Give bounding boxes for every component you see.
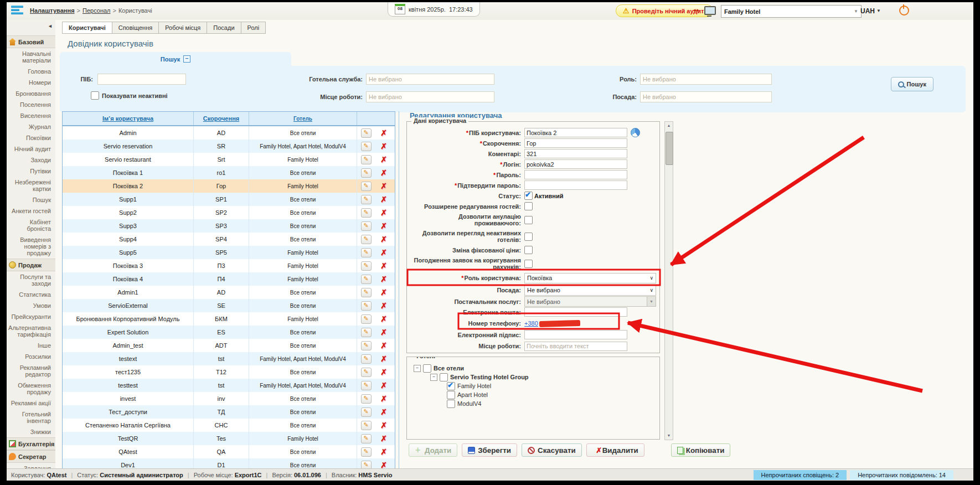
field-input[interactable] [524, 138, 627, 148]
sidebar-item[interactable]: Журнал [7, 121, 55, 132]
sidebar-item[interactable]: Альтернативна тарифікація [7, 322, 55, 340]
sidebar-item[interactable]: Рекламні акції [7, 398, 55, 409]
edit-icon[interactable] [361, 381, 372, 390]
table-row[interactable]: Бронювання Корпоративний МодульБКМFamily… [63, 312, 395, 326]
sidebar-item[interactable]: Анкети гостей [7, 205, 55, 216]
edit-icon[interactable] [361, 461, 372, 469]
edit-icon[interactable] [361, 328, 372, 337]
table-row[interactable]: Покоївка 3П3Family Hotel✗ [63, 259, 395, 272]
delete-icon[interactable]: ✗ [380, 328, 387, 337]
table-row[interactable]: Admin1ADВсе отели✗ [63, 286, 395, 299]
edit-icon[interactable] [361, 208, 372, 218]
table-row[interactable]: Supp4SP4Все отели✗ [63, 233, 395, 246]
sidebar-item[interactable]: Номери [7, 77, 55, 88]
table-row[interactable]: investinvВсе отели✗ [63, 392, 395, 405]
search-section-tab[interactable]: Пошук − [60, 52, 291, 66]
sidebar-section-header[interactable]: Продаж [7, 259, 55, 271]
delete-icon[interactable]: ✗ [380, 195, 387, 204]
hotel-checkbox[interactable] [447, 382, 455, 390]
field-input[interactable] [524, 149, 627, 158]
table-row[interactable]: Supp2SP2Все отели✗ [63, 206, 395, 219]
delete-icon[interactable]: ✗ [380, 221, 387, 230]
table-row[interactable]: Admin_testADTВсе отели✗ [63, 339, 395, 352]
delete-icon[interactable]: ✗ [380, 461, 387, 468]
edit-icon[interactable] [361, 301, 372, 311]
search-button[interactable]: Пошук [891, 77, 933, 91]
sidebar-item[interactable]: Нічний аудит [7, 143, 55, 154]
sidebar-item[interactable]: Прейскуранти [7, 311, 55, 322]
field-input[interactable] [524, 307, 627, 317]
edit-icon[interactable] [361, 341, 372, 350]
breadcrumb-settings[interactable]: Налаштування [30, 7, 75, 14]
hotel-selector[interactable]: Family Hotel ▼ [721, 5, 862, 18]
table-row[interactable]: Покоївка 4П4Family Hotel✗ [63, 272, 395, 286]
table-row[interactable]: TestQRTesFamily Hotel✗ [63, 432, 395, 445]
currency-selector[interactable]: UAH ▼ [860, 5, 881, 17]
column-header-hotel[interactable]: Готель [249, 112, 357, 125]
sidebar-item[interactable]: Покоївки [7, 132, 55, 143]
service-input[interactable] [366, 74, 494, 85]
delete-icon[interactable]: ✗ [380, 314, 387, 323]
workplace-input[interactable] [366, 91, 494, 102]
workstation-icon[interactable] [704, 6, 716, 15]
sidebar-item[interactable]: Навчальні матеріали [7, 48, 55, 66]
hotel-checkbox[interactable] [423, 364, 431, 373]
field-checkbox[interactable] [524, 202, 533, 210]
delete-icon[interactable]: ✗ [380, 155, 387, 164]
edit-icon[interactable] [361, 261, 372, 271]
field-select[interactable]: Покоївка∨ [524, 273, 656, 283]
delete-icon[interactable]: ✗ [380, 275, 387, 283]
sidebar-item[interactable]: Виведення номерів з продажу [7, 234, 55, 259]
delete-icon[interactable]: ✗ [380, 368, 387, 376]
sidebar-item[interactable]: Головна [7, 66, 55, 77]
field-checkbox[interactable] [524, 233, 533, 241]
position-input[interactable] [640, 91, 772, 102]
скасувати-button[interactable]: Скасувати [522, 443, 582, 457]
table-row[interactable]: Supp1SP1Все отели✗ [63, 193, 395, 206]
field-input[interactable] [524, 170, 627, 179]
видалити-button[interactable]: Видалити [586, 443, 644, 457]
sidebar-section-header[interactable]: Бухгалтерія [7, 437, 55, 450]
table-row[interactable]: ServioExternalSEВсе отели✗ [63, 299, 395, 312]
sidebar-item[interactable]: Виселення [7, 110, 55, 121]
servio-logo-icon[interactable] [11, 6, 23, 17]
edit-icon[interactable] [361, 155, 372, 164]
role-input[interactable] [640, 74, 772, 85]
delete-icon[interactable]: ✗ [380, 394, 387, 403]
field-select[interactable]: Не вибрано∨ [524, 285, 656, 296]
копіювати-button[interactable]: Копіювати [671, 443, 731, 457]
sidebar-item[interactable]: Інше [7, 340, 55, 351]
hotel-checkbox[interactable] [447, 391, 455, 399]
column-header-abbreviation[interactable]: Скорочення [194, 112, 249, 125]
field-input[interactable] [524, 180, 627, 190]
field-checkbox[interactable] [524, 216, 533, 224]
table-row[interactable]: Servio restaurantSrtFamily Hotel✗ [63, 153, 395, 166]
sidebar-item[interactable]: Завдання [7, 463, 55, 468]
tab-Ролі[interactable]: Ролі [241, 22, 266, 34]
edit-icon[interactable] [361, 354, 372, 364]
sidebar-item[interactable]: Поселення [7, 99, 55, 110]
sidebar-collapse-icon[interactable]: ◄ [7, 20, 55, 35]
field-input[interactable] [524, 342, 627, 351]
power-logout-icon[interactable] [899, 6, 909, 16]
delete-icon[interactable]: ✗ [380, 434, 387, 443]
hotel-checkbox[interactable] [447, 400, 455, 408]
sidebar-item[interactable]: Бронювання [7, 88, 55, 99]
table-row[interactable]: AdminADВсе отели✗ [63, 126, 395, 140]
sidebar-item[interactable]: Заходи [7, 154, 55, 166]
tab-Користувачі[interactable]: Користувачі [62, 22, 112, 34]
edit-icon[interactable] [361, 275, 372, 284]
delete-icon[interactable]: ✗ [380, 208, 387, 217]
delete-icon[interactable]: ✗ [380, 407, 387, 416]
sidebar-item[interactable]: Кабінет броніста [7, 216, 55, 234]
tab-Сповіщення[interactable]: Сповіщення [112, 22, 159, 34]
sidebar-item[interactable]: Знижки [7, 426, 55, 437]
delete-icon[interactable]: ✗ [380, 248, 387, 257]
collapse-icon[interactable]: − [183, 55, 190, 63]
status-badge[interactable]: Непрочитаних сповіщень: 2 [754, 470, 847, 480]
table-row[interactable]: Expert SolutionESВсе отели✗ [63, 326, 395, 339]
delete-icon[interactable]: ✗ [380, 235, 387, 244]
sidebar-item[interactable]: Рекламний редактор [7, 362, 55, 380]
table-row[interactable]: Покоївка 1ro1Все отели✗ [63, 166, 395, 179]
field-checkbox[interactable] [524, 246, 533, 254]
